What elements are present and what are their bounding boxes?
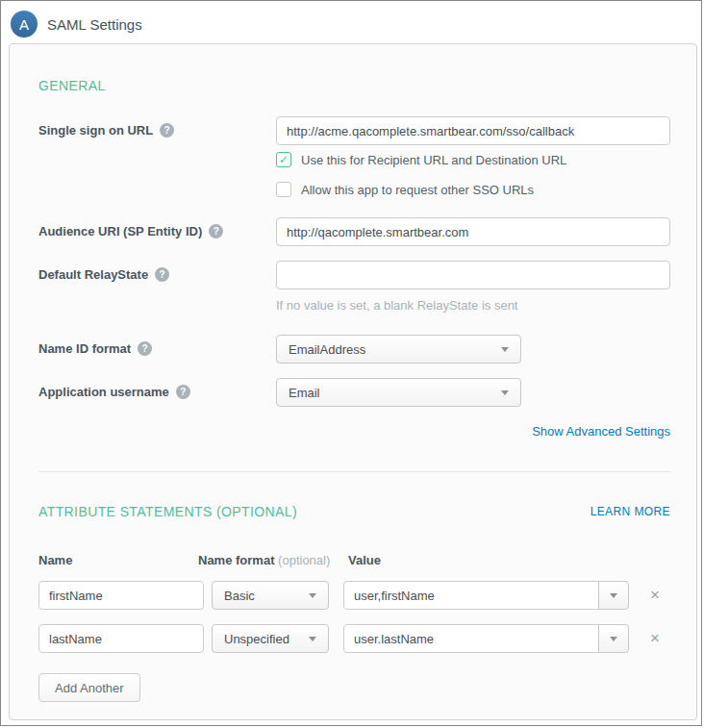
saml-settings-panel: GENERAL Single sign on URL ? Use this fo… [9,43,697,720]
attribute-name-input[interactable] [38,624,204,653]
column-header-format-text: Name format [198,553,274,567]
attribute-value-input[interactable] [343,624,599,653]
chevron-down-icon [309,637,316,641]
sso-url-label-text: Single sign on URL [38,123,153,138]
attribute-value-dropdown-button[interactable] [598,581,629,610]
attribute-row: Basic × [38,581,670,610]
name-id-format-value: EmailAddress [289,342,365,357]
application-username-row: Application username ? Email [38,378,670,407]
relay-state-label-text: Default RelayState [38,267,148,282]
application-username-select[interactable]: Email [276,378,521,407]
audience-uri-label: Audience URI (SP Entity ID) ? [38,217,276,238]
application-username-value: Email [289,386,320,400]
sso-url-input[interactable] [276,116,670,145]
show-advanced-settings-link[interactable]: Show Advanced Settings [532,424,670,439]
learn-more-link[interactable]: LEARN MORE [591,505,670,519]
advanced-settings-row: Show Advanced Settings [38,423,670,439]
page-title: SAML Settings [47,16,142,33]
relay-state-input[interactable] [276,261,670,289]
attribute-table-header: Name Name format (optional) Value [38,553,670,568]
sso-url-row: Single sign on URL ? [38,116,670,145]
attribute-statements-header: ATTRIBUTE STATEMENTS (OPTIONAL) LEARN MO… [38,504,670,519]
column-header-format-optional: (optional) [278,553,330,567]
other-sso-checkbox-row: Allow this app to request other SSO URLs [276,182,670,197]
relay-state-hint: If no value is set, a blank RelayState i… [276,298,670,314]
relay-state-label: Default RelayState ? [38,261,276,282]
attribute-format-select[interactable]: Basic [212,581,329,610]
column-header-name: Name [38,553,72,567]
attribute-value-combo [343,624,629,653]
remove-attribute-icon[interactable]: × [645,629,665,648]
attribute-format-select[interactable]: Unspecified [212,624,329,653]
audience-uri-control [276,217,670,246]
other-sso-checkbox-label: Allow this app to request other SSO URLs [301,183,534,197]
attribute-statements-title: ATTRIBUTE STATEMENTS (OPTIONAL) [38,504,297,519]
page-header: A SAML Settings [1,1,701,39]
help-icon[interactable]: ? [209,224,223,238]
recipient-url-checkbox-row: Use this for Recipient URL and Destinati… [276,152,670,167]
column-header-value: Value [348,553,381,567]
recipient-url-checkbox-label: Use this for Recipient URL and Destinati… [301,153,566,167]
add-another-button[interactable]: Add Another [38,673,140,702]
step-badge: A [11,11,38,38]
help-icon[interactable]: ? [176,385,190,399]
audience-uri-row: Audience URI (SP Entity ID) ? [38,217,670,246]
chevron-down-icon [309,593,316,598]
sso-checkbox-group: Use this for Recipient URL and Destinati… [276,152,670,197]
attribute-value-dropdown-button[interactable] [598,624,629,653]
name-id-format-label-text: Name ID format [38,341,131,356]
help-icon[interactable]: ? [155,267,169,282]
attribute-value-input[interactable] [343,581,599,610]
chevron-down-icon [501,347,509,352]
recipient-url-checkbox[interactable] [276,152,291,167]
application-username-label-text: Application username [38,385,169,399]
column-header-format: Name format (optional) [198,553,330,567]
saml-settings-window: A SAML Settings GENERAL Single sign on U… [0,0,702,726]
other-sso-checkbox[interactable] [276,182,291,197]
help-icon[interactable]: ? [160,123,174,138]
relay-state-control [276,261,670,289]
chevron-down-icon [610,593,617,598]
relay-state-row: Default RelayState ? [38,261,670,289]
attribute-format-value: Basic [224,589,255,603]
attribute-row: Unspecified × [38,624,670,653]
audience-uri-input[interactable] [276,217,670,246]
audience-uri-label-text: Audience URI (SP Entity ID) [38,224,202,238]
general-section-title: GENERAL [38,78,670,93]
help-icon[interactable]: ? [138,341,152,356]
name-id-format-row: Name ID format ? EmailAddress [38,335,670,364]
application-username-control: Email [276,378,670,407]
attribute-name-input[interactable] [38,581,204,610]
name-id-format-control: EmailAddress [276,335,670,364]
attribute-format-value: Unspecified [224,632,289,646]
chevron-down-icon [610,637,617,641]
name-id-format-label: Name ID format ? [38,335,276,356]
remove-attribute-icon[interactable]: × [645,586,665,605]
sso-url-label: Single sign on URL ? [38,116,276,138]
chevron-down-icon [501,390,509,395]
name-id-format-select[interactable]: EmailAddress [276,335,521,364]
section-divider [38,471,670,472]
application-username-label: Application username ? [38,378,276,399]
sso-url-control [276,116,670,145]
attribute-value-combo [343,581,629,610]
